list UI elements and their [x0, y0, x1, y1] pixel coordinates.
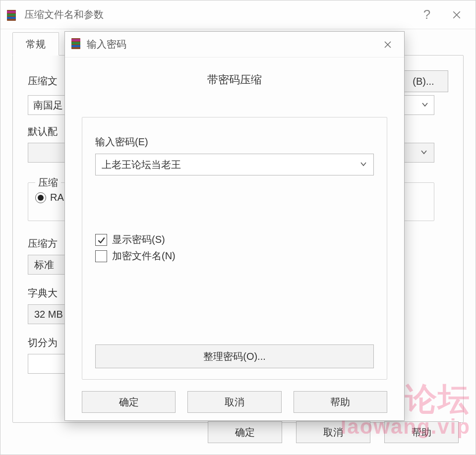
- radio-rar-label: RA: [50, 192, 64, 203]
- main-cancel-button[interactable]: 取消: [296, 421, 370, 443]
- filename-label: 压缩文: [28, 74, 58, 88]
- default-profile-label: 默认配: [28, 125, 58, 138]
- dictionary-size-value: 32 MB: [34, 309, 63, 320]
- compression-method-value: 标准: [34, 258, 54, 272]
- password-groupbox: 输入密码(E) 上老王论坛当老王 显示密码(S) 加密文件名(N): [82, 117, 387, 380]
- close-icon[interactable]: [442, 0, 472, 29]
- password-help-button[interactable]: 帮助: [294, 391, 387, 413]
- chevron-down-icon: [420, 147, 428, 159]
- dictionary-size-label: 字典大: [28, 286, 58, 300]
- encrypt-filenames-label: 加密文件名(N): [112, 249, 176, 263]
- password-button-row: 确定 取消 帮助: [65, 384, 404, 420]
- compression-method-label: 压缩方: [28, 237, 58, 250]
- main-titlebar: 压缩文件名和参数 ?: [0, 0, 476, 29]
- show-password-label: 显示密码(S): [112, 233, 165, 246]
- password-input-value: 上老王论坛当老王: [102, 158, 181, 171]
- split-volumes-label: 切分为: [28, 336, 58, 349]
- tab-strip: 常规: [12, 32, 464, 56]
- main-help-button[interactable]: 帮助: [384, 421, 459, 443]
- show-password-checkbox[interactable]: 显示密码(S): [95, 233, 374, 246]
- radio-rar[interactable]: [35, 192, 46, 203]
- encrypt-filenames-checkbox[interactable]: 加密文件名(N): [95, 249, 374, 263]
- archive-filename-value: 南国足: [33, 99, 63, 112]
- password-dialog-heading: 带密码压缩: [82, 72, 387, 87]
- password-input-label: 输入密码(E): [95, 135, 374, 149]
- chevron-down-icon: [359, 159, 367, 171]
- checkbox-unchecked-icon: [95, 250, 107, 262]
- password-dialog: 输入密码 带密码压缩 输入密码(E) 上老王论坛当老王 显示密码(S): [64, 31, 405, 421]
- winrar-icon: [4, 8, 18, 22]
- password-input[interactable]: 上老王论坛当老王: [95, 154, 374, 175]
- password-dialog-body: 带密码压缩 输入密码(E) 上老王论坛当老王 显示密码(S) 加密文件名(N): [65, 57, 404, 384]
- help-button[interactable]: ?: [412, 0, 442, 29]
- tab-general[interactable]: 常规: [12, 32, 59, 56]
- checkbox-checked-icon: [95, 234, 107, 246]
- chevron-down-icon: [421, 100, 429, 111]
- password-ok-button[interactable]: 确定: [82, 391, 176, 413]
- main-window-title: 压缩文件名和参数: [24, 8, 104, 21]
- organize-passwords-button[interactable]: 整理密码(O)...: [95, 344, 374, 368]
- password-cancel-button[interactable]: 取消: [187, 391, 281, 413]
- main-ok-button[interactable]: 确定: [208, 421, 282, 443]
- browse-button[interactable]: (B)...: [399, 70, 448, 92]
